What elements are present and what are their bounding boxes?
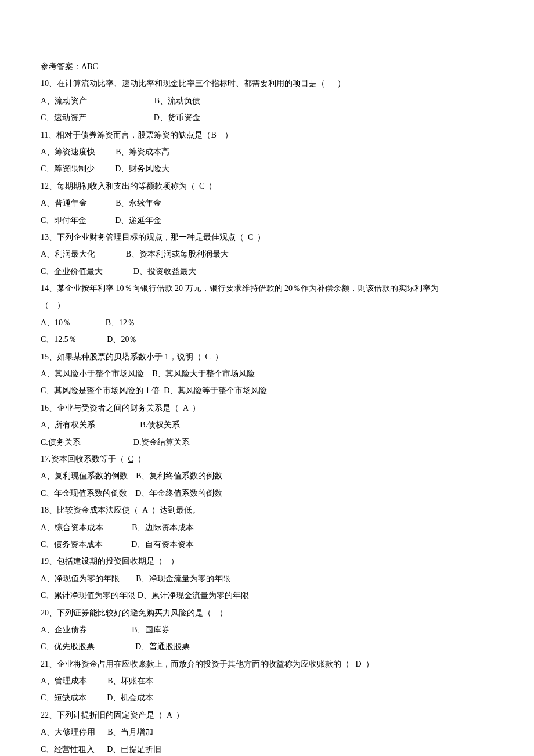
q19-opt-b: B、净现金流量为零的年限 [136,574,230,583]
q16-opt-b: B.债权关系 [140,420,180,429]
q10-row2: C、速动资产 D、货币资金 [41,109,493,126]
q17-row2: C、年金现值系数的倒数 D、年金终值系数的倒数 [41,485,493,502]
q21-row1: A、管理成本 B、坏账在本 [41,672,493,689]
q10-opt-c: C、速动资产 [41,113,86,122]
q14-opt-a: A、10％ [41,318,71,327]
q18-opt-d: D、自有资本资本 [131,540,194,549]
q15-opt-b: B、其风险大于整个市场风险 [152,369,255,378]
q14-row2: C、12.5％ D、20％ [41,331,493,348]
q22-row1: A、大修理停用 B、当月增加 [41,723,493,740]
q11-stem: 11、相对于债券筹资而言，股票筹资的缺点是（B ） [41,127,493,143]
q11-opt-b: B、筹资成本高 [116,147,169,156]
q12-stem: 12、每期期初收入和支出的等额款项称为（ C ） [41,178,493,195]
q19-row2: C、累计净现值为零的年限 D、累计净现金流量为零的年限 [41,587,493,604]
q11-row1: A、筹资速度快 B、筹资成本高 [41,143,493,160]
q12-opt-d: D、递延年金 [115,216,161,225]
q18-row2: C、债务资本成本 D、自有资本资本 [41,536,493,553]
q20-opt-b: B、国库券 [132,625,169,634]
q13-opt-b: B、资本利润或每股利润最大 [126,250,229,258]
q13-opt-d: D、投资收益最大 [134,267,196,276]
q15-opt-c: C、其风险是整个市场风险的 1 倍 [41,386,160,395]
q14-row1: A、10％ B、12％ [41,314,493,331]
q13-row1: A、利润最大化 B、资本利润或每股利润最大 [41,246,493,262]
q11-opt-d: D、财务风险大 [115,164,169,173]
q20-row1: A、企业债券 B、国库券 [41,621,493,638]
q13-row2: C、企业价值最大 D、投资收益最大 [41,263,493,280]
q10-row1: A、流动资产 B、流动负债 [41,92,493,109]
q18-opt-a: A、综合资本成本 [41,523,103,532]
q22-row2: C、经营性租入 D、已提足折旧 [41,741,493,756]
q17-opt-a: A、复利现值系数的倒数 [41,471,128,480]
q19-opt-d: D、累计净现金流量为零的年限 [138,591,249,600]
q21-opt-c: C、短缺成本 [41,693,86,702]
q22-opt-a: A、大修理停用 [41,728,95,736]
q14-opt-b: B、12％ [106,318,135,327]
q15-opt-d: D、其风险等于整个市场风险 [164,386,267,395]
q15-row1: A、其风险小于整个市场风险 B、其风险大于整个市场风险 [41,365,493,382]
q14-opt-c: C、12.5％ [41,335,77,344]
q12-row1: A、普通年金 B、永续年金 [41,195,493,211]
q22-opt-c: C、经营性租入 [41,745,95,754]
q16-stem: 16、企业与受资者之间的财务关系是（ A ） [41,399,493,416]
q19-opt-a: A、净现值为零的年限 [41,574,120,583]
q15-opt-a: A、其风险小于整个市场风险 [41,369,144,378]
q12-row2: C、即付年金 D、递延年金 [41,212,493,229]
q17-answer-underline: C [128,455,134,463]
q17-opt-d: D、年金终值系数的倒数 [135,489,222,498]
q12-opt-a: A、普通年金 [41,199,87,207]
q18-opt-b: B、边际资本成本 [132,523,194,532]
q17-opt-c: C、年金现值系数的倒数 [41,489,127,498]
q14-opt-d: D、20％ [107,335,137,344]
q17-opt-b: B、复利终值系数的倒数 [136,471,222,480]
q16-opt-d: D.资金结算关系 [134,438,190,447]
q19-row1: A、净现值为零的年限 B、净现金流量为零的年限 [41,570,493,587]
q14-stem1: 14、某企业按年利率 10％向银行借款 20 万元，银行要求维持借款的 20％作… [41,280,493,297]
q21-stem: 21、企业将资金占用在应收账款上，而放弃的投资于其他方面的收益称为应收账款的（ … [41,656,493,672]
q16-opt-c: C.债务关系 [41,438,81,447]
q18-opt-c: C、债务资本成本 [41,540,103,549]
q22-stem: 22、下列计提折旧的固定资产是（ A ） [41,707,493,723]
q11-opt-c: C、筹资限制少 [41,164,95,173]
q10-stem: 10、在计算流动比率、速动比率和现金比率三个指标时、都需要利用的项目是（ ） [41,75,493,92]
q21-opt-b: B、坏账在本 [107,676,153,685]
q20-opt-c: C、优先股股票 [41,642,95,651]
q20-stem: 20、下列证券能比较好的避免购买力风险的是（ ） [41,604,493,621]
q22-opt-b: B、当月增加 [107,728,153,736]
q16-row2: C.债务关系 D.资金结算关系 [41,434,493,451]
q21-opt-a: A、管理成本 [41,676,87,685]
q13-opt-a: A、利润最大化 [41,250,95,258]
q21-row2: C、短缺成本 D、机会成本 [41,689,493,706]
q12-opt-c: C、即付年金 [41,216,86,225]
document-page: 参考答案：ABC 10、在计算流动比率、速动比率和现金比率三个指标时、都需要利用… [0,0,534,756]
q12-opt-b: B、永续年金 [116,199,161,207]
q16-opt-a: A、所有权关系 [41,420,95,429]
q10-opt-b: B、流动负债 [154,96,200,105]
q17-row1: A、复利现值系数的倒数 B、复利终值系数的倒数 [41,467,493,484]
q15-stem: 15、如果某种股票的贝塔系数小于 1，说明（ C ） [41,348,493,365]
q16-row1: A、所有权关系 B.债权关系 [41,416,493,433]
reference-answer: 参考答案：ABC [41,58,493,75]
q10-opt-d: D、货币资金 [154,113,200,122]
q11-row2: C、筹资限制少 D、财务风险大 [41,160,493,177]
q13-opt-c: C、企业价值最大 [41,267,103,276]
q19-stem: 19、包括建设期的投资回收期是（ ） [41,553,493,570]
q15-row2: C、其风险是整个市场风险的 1 倍 D、其风险等于整个市场风险 [41,382,493,399]
q19-opt-c: C、累计净现值为零的年限 [41,591,135,600]
q13-stem: 13、下列企业财务管理目标的观点，那一种是最佳观点（ C ） [41,229,493,246]
q22-opt-d: D、已提足折旧 [107,745,161,754]
q18-row1: A、综合资本成本 B、边际资本成本 [41,519,493,536]
q21-opt-d: D、机会成本 [107,693,153,702]
q11-opt-a: A、筹资速度快 [41,147,95,156]
q14-stem2: （ ） [41,297,493,314]
q10-opt-a: A、流动资产 [41,96,87,105]
q18-stem: 18、比较资金成本法应使（ A ）达到最低。 [41,502,493,519]
q20-opt-d: D、普通股股票 [135,642,190,651]
q20-opt-a: A、企业债券 [41,625,87,634]
q17-stem: 17.资本回收系数等于（ C ） [41,451,493,467]
q20-row2: C、优先股股票 D、普通股股票 [41,638,493,655]
